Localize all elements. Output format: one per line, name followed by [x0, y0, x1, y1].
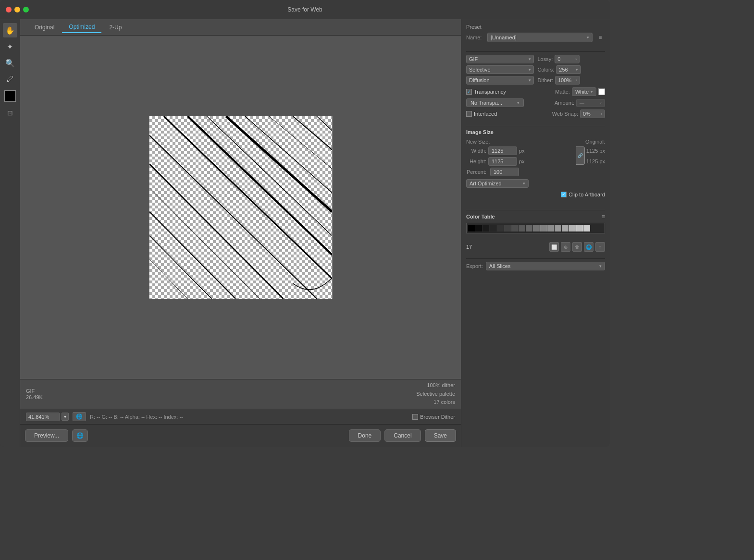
no-transparency-dropdown[interactable]: No Transpa... ▾: [466, 98, 524, 107]
titlebar: Save for Web: [0, 0, 610, 19]
height-input[interactable]: [488, 157, 517, 166]
color-swatch-item[interactable]: [540, 225, 547, 231]
color-swatch-item[interactable]: [497, 225, 504, 231]
browser-dither-label[interactable]: Browser Dither: [412, 414, 455, 420]
color-swatch-item[interactable]: [562, 225, 569, 231]
dither-value-cell: Dither: 100% ›: [538, 76, 606, 85]
height-label: Height:: [466, 158, 488, 164]
transparency-checkbox[interactable]: [466, 89, 472, 95]
color-swatch-item[interactable]: [468, 225, 475, 231]
clip-checkbox[interactable]: [561, 192, 567, 197]
width-input[interactable]: [488, 146, 517, 155]
matte-dropdown[interactable]: White ▾: [572, 87, 596, 96]
dither-type-dropdown[interactable]: Diffusion ▾: [466, 76, 534, 85]
height-unit: px: [519, 158, 525, 164]
percent-input[interactable]: [490, 168, 519, 176]
width-row: Width: px 🔗 W: 1125 px: [466, 146, 605, 155]
magic-wand-tool[interactable]: ✦: [3, 39, 17, 54]
window-controls[interactable]: [6, 7, 29, 12]
export-dropdown[interactable]: All Slices ▾: [486, 262, 605, 270]
color-swatch-item[interactable]: [475, 225, 482, 231]
tab-optimized[interactable]: Optimized: [62, 22, 101, 33]
interlaced-checkbox[interactable]: [466, 111, 472, 117]
palette-type-cell: Selective ▾: [466, 65, 534, 74]
zoom-input[interactable]: [26, 413, 60, 421]
cancel-button[interactable]: Cancel: [384, 429, 420, 442]
tab-original[interactable]: Original: [28, 22, 61, 33]
web-snap-color-btn[interactable]: 🌐: [584, 242, 593, 252]
add-color-btn[interactable]: ⊕: [561, 242, 570, 252]
minimize-button[interactable]: [14, 7, 20, 12]
count-row: 17 ⬜ ⊕ 🗑 🌐 ≡: [466, 242, 605, 252]
maximize-button[interactable]: [23, 7, 29, 12]
divider-3: [466, 210, 605, 210]
amount-label: Amount:: [555, 100, 574, 106]
hand-tool[interactable]: ✋: [3, 23, 17, 37]
matte-color-swatch[interactable]: [598, 88, 605, 95]
divider-4: [466, 258, 605, 259]
svg-line-13: [317, 116, 332, 131]
web-preview-btn[interactable]: 🌐: [73, 412, 86, 421]
map-to-transparent-btn[interactable]: ⬜: [549, 242, 559, 252]
color-swatch-item[interactable]: [576, 225, 583, 231]
color-swatch-item[interactable]: [569, 225, 576, 231]
preview-button[interactable]: Preview...: [25, 429, 68, 442]
interlaced-checkbox-label[interactable]: Interlaced: [466, 111, 497, 117]
color-swatch-item[interactable]: [555, 225, 561, 231]
color-table-section: Color Table ≡: [466, 213, 605, 233]
color-swatch-item[interactable]: [511, 225, 518, 231]
export-row: Export: All Slices ▾: [466, 262, 605, 270]
clip-checkbox-label[interactable]: Clip to Artboard: [561, 192, 605, 197]
browser-dither-area: Browser Dither: [412, 414, 455, 420]
color-swatch-item[interactable]: [519, 225, 525, 231]
delete-color-btn[interactable]: 🗑: [572, 242, 582, 252]
zoom-tool[interactable]: 🔍: [3, 56, 17, 70]
link-icon[interactable]: 🔗: [576, 146, 585, 165]
preset-menu-icon[interactable]: ≡: [595, 33, 605, 42]
transparency-row: Transparency Matte: White ▾: [466, 87, 605, 96]
web-snap-value[interactable]: 0% ›: [580, 110, 605, 118]
color-swatch-item[interactable]: [490, 225, 496, 231]
browser-dither-checkbox-visual: [412, 414, 418, 420]
lossy-value[interactable]: 0 ›: [555, 55, 580, 63]
color-table-options-btn[interactable]: ≡: [595, 242, 605, 252]
dither-type-chevron: ▾: [529, 78, 531, 83]
color-table-title: Color Table: [466, 214, 495, 219]
divider-2: [466, 126, 605, 126]
svg-line-11: [293, 116, 332, 150]
canvas-filesize: 26.49K: [26, 394, 43, 400]
color-swatch-item[interactable]: [482, 225, 489, 231]
colors-value[interactable]: 256 ▾: [556, 65, 581, 74]
amount-value[interactable]: — ›: [576, 99, 605, 107]
color-swatch-item[interactable]: [583, 225, 590, 231]
dither-value[interactable]: 100% ›: [555, 76, 580, 85]
foreground-color-swatch[interactable]: [4, 90, 16, 102]
web-icon-btn[interactable]: 🌐: [72, 429, 88, 442]
canvas-area: Original Optimized 2-Up: [20, 19, 461, 447]
format-type-dropdown[interactable]: GIF ▾: [466, 55, 534, 63]
clip-to-artboard-row: Clip to Artboard: [466, 192, 605, 197]
eyedropper-tool[interactable]: 🖊: [3, 72, 17, 86]
done-button[interactable]: Done: [349, 429, 381, 442]
color-swatch-item[interactable]: [533, 225, 540, 231]
zoom-dropdown-btn[interactable]: ▾: [62, 413, 69, 421]
algorithm-dropdown[interactable]: Art Optimized ▾: [466, 179, 529, 188]
palette-type-dropdown[interactable]: Selective ▾: [466, 65, 534, 74]
svg-line-4: [149, 164, 284, 299]
svg-line-7: [245, 116, 332, 193]
divider-1: [466, 51, 605, 52]
color-table-menu-icon[interactable]: ≡: [602, 213, 605, 220]
main-layout: ✋ ✦ 🔍 🖊 ⊡ Original Optimized 2-Up: [0, 19, 610, 447]
color-swatch-item[interactable]: [547, 225, 554, 231]
canvas-status: GIF 26.49K 100% dither Selective palette…: [20, 379, 461, 409]
preset-name-dropdown[interactable]: [Unnamed] ▾: [487, 33, 593, 42]
slice-tool[interactable]: ⊡: [3, 106, 17, 120]
transparency-checkbox-label[interactable]: Transparency: [466, 89, 506, 95]
close-button[interactable]: [6, 7, 12, 12]
tab-2up[interactable]: 2-Up: [102, 22, 128, 33]
color-swatch-item[interactable]: [526, 225, 532, 231]
color-swatches: [466, 223, 605, 233]
color-swatch-item[interactable]: [504, 225, 511, 231]
original-label: Original:: [585, 139, 605, 145]
save-button[interactable]: Save: [425, 429, 456, 442]
